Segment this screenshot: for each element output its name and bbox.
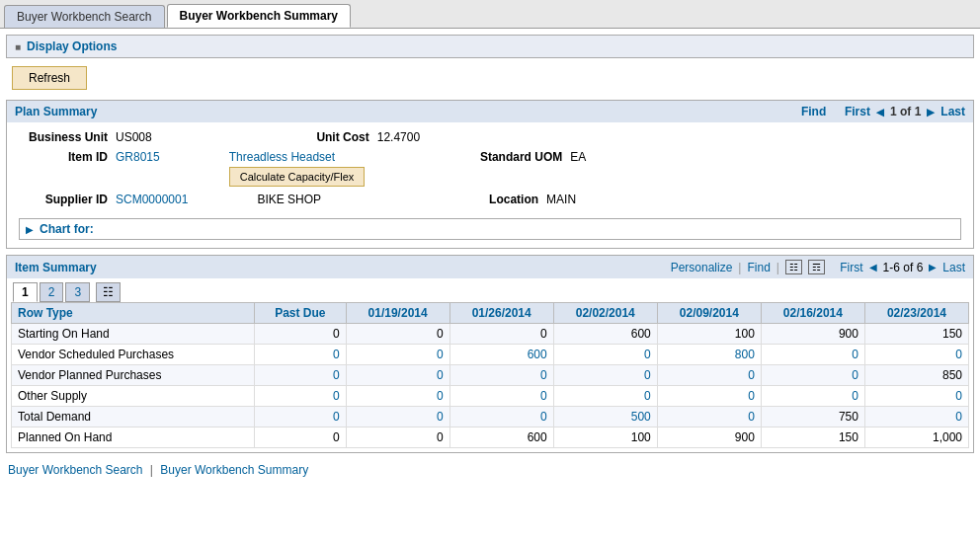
display-options-arrow-icon: ■ — [15, 41, 21, 52]
plan-find-link[interactable]: Find — [801, 105, 826, 118]
footer-summary-link[interactable]: Buyer Workbench Summary — [160, 463, 308, 477]
footer-separator: | — [150, 463, 156, 477]
cell-2-0[interactable]: 0 — [255, 365, 347, 386]
cell-3-5[interactable]: 0 — [761, 386, 864, 407]
display-options-label: Display Options — [27, 39, 117, 53]
plan-last-link[interactable]: Last — [940, 105, 965, 118]
cell-0-6: 150 — [864, 324, 968, 345]
cell-5-4: 900 — [657, 427, 761, 448]
cell-3-6[interactable]: 0 — [864, 386, 968, 407]
cell-1-4[interactable]: 800 — [657, 345, 761, 365]
cell-2-6: 850 — [864, 365, 968, 386]
item-first-link[interactable]: First — [840, 261, 862, 274]
cell-2-1[interactable]: 0 — [346, 365, 449, 386]
cell-4-2[interactable]: 0 — [449, 407, 553, 427]
row-label-0: Starting On Hand — [12, 324, 255, 345]
cell-0-3: 600 — [553, 324, 657, 345]
item-next-icon[interactable]: ▶ — [929, 262, 937, 272]
table-tab-2[interactable]: 2 — [40, 282, 64, 302]
cell-3-3[interactable]: 0 — [553, 386, 657, 407]
row-label-3: Other Supply — [12, 386, 255, 407]
chart-for-label: Chart for: — [40, 222, 94, 236]
cell-5-2: 600 — [449, 427, 553, 448]
cell-4-4[interactable]: 0 — [657, 407, 761, 427]
row-label-2: Vendor Planned Purchases — [12, 365, 255, 386]
tabs-bar: Buyer Workbench Search Buyer Workbench S… — [0, 0, 980, 29]
plan-summary-nav: Find First ◀ 1 of 1 ▶ Last — [801, 105, 965, 118]
supplier-id-link[interactable]: SCM0000001 — [116, 193, 188, 206]
display-options-bar[interactable]: ■ Display Options — [6, 35, 974, 58]
cell-5-6: 1,000 — [864, 427, 968, 448]
item-summary-table: Row Type Past Due 01/19/2014 01/26/2014 … — [11, 302, 969, 448]
item-id-label: Item ID — [19, 150, 108, 164]
item-summary-section: Item Summary Personalize | Find | ☷ ☶ Fi… — [6, 255, 974, 453]
tab-summary[interactable]: Buyer Workbench Summary — [167, 4, 352, 28]
location-label: Location — [449, 193, 538, 206]
cell-1-0[interactable]: 0 — [255, 345, 347, 365]
col-row-type: Row Type — [12, 303, 255, 324]
cell-5-5: 150 — [761, 427, 864, 448]
row-label-1: Vendor Scheduled Purchases — [12, 345, 255, 365]
table-tab-3[interactable]: 3 — [65, 282, 90, 302]
cell-0-0: 0 — [255, 324, 347, 345]
col-01262014: 01/26/2014 — [449, 303, 553, 324]
business-unit-label: Business Unit — [19, 130, 108, 144]
col-02232014: 02/23/2014 — [864, 303, 968, 324]
item-last-link[interactable]: Last — [942, 261, 965, 274]
table-row: Total Demand00050007500 — [12, 407, 969, 427]
cell-0-4: 100 — [657, 324, 761, 345]
cell-3-0[interactable]: 0 — [255, 386, 347, 407]
cell-1-6[interactable]: 0 — [864, 345, 968, 365]
cell-1-5[interactable]: 0 — [761, 345, 864, 365]
cell-4-0[interactable]: 0 — [255, 407, 347, 427]
cell-3-1[interactable]: 0 — [346, 386, 449, 407]
table-row: Other Supply0000000 — [12, 386, 969, 407]
item-page-info: 1-6 of 6 — [883, 261, 924, 274]
cell-0-1: 0 — [346, 324, 449, 345]
item-table-icon[interactable]: ☶ — [808, 260, 825, 274]
plan-page-info: 1 of 1 — [890, 105, 921, 118]
plan-row-3: Supplier ID SCM0000001 BIKE SHOP Locatio… — [19, 193, 961, 206]
col-02022014: 02/02/2014 — [553, 303, 657, 324]
item-desc-link[interactable]: Threadless Headset — [229, 150, 335, 164]
refresh-button[interactable]: Refresh — [12, 66, 87, 90]
cell-4-1[interactable]: 0 — [346, 407, 449, 427]
item-find-link[interactable]: Find — [747, 261, 770, 274]
cell-1-3[interactable]: 0 — [553, 345, 657, 365]
chart-for-row[interactable]: ▶ Chart for: — [19, 218, 961, 240]
cell-4-3[interactable]: 500 — [553, 407, 657, 427]
plan-prev-icon[interactable]: ◀ — [876, 107, 884, 117]
table-tab-1[interactable]: 1 — [13, 282, 38, 302]
item-prev-icon[interactable]: ◀ — [869, 262, 877, 272]
col-past-due: Past Due — [255, 303, 347, 324]
item-id-link[interactable]: GR8015 — [116, 150, 160, 164]
item-grid-icon[interactable]: ☷ — [785, 260, 802, 274]
cell-1-1[interactable]: 0 — [346, 345, 449, 365]
cell-1-2[interactable]: 600 — [449, 345, 553, 365]
col-01192014: 01/19/2014 — [346, 303, 449, 324]
cell-5-0: 0 — [255, 427, 347, 448]
location-value: MAIN — [546, 193, 576, 206]
item-summary-header: Item Summary Personalize | Find | ☷ ☶ Fi… — [7, 256, 973, 278]
cell-3-2[interactable]: 0 — [449, 386, 553, 407]
tab-search[interactable]: Buyer Workbench Search — [4, 5, 165, 28]
plan-first-link[interactable]: First — [845, 105, 870, 118]
cell-2-3[interactable]: 0 — [553, 365, 657, 386]
plan-summary-section: Plan Summary Find First ◀ 1 of 1 ▶ Last … — [6, 100, 974, 249]
plan-next-icon[interactable]: ▶ — [927, 107, 935, 117]
cell-4-6[interactable]: 0 — [864, 407, 968, 427]
standard-uom-value: EA — [570, 150, 586, 164]
item-summary-title: Item Summary — [15, 261, 97, 274]
cell-2-5[interactable]: 0 — [761, 365, 864, 386]
table-row: Vendor Planned Purchases000000850 — [12, 365, 969, 386]
personalize-link[interactable]: Personalize — [671, 261, 733, 274]
footer-search-link[interactable]: Buyer Workbench Search — [8, 463, 143, 477]
cell-3-4[interactable]: 0 — [657, 386, 761, 407]
cell-2-2[interactable]: 0 — [449, 365, 553, 386]
table-row: Planned On Hand006001009001501,000 — [12, 427, 969, 448]
cell-2-4[interactable]: 0 — [657, 365, 761, 386]
supplier-name: BIKE SHOP — [257, 193, 321, 206]
plan-summary-title: Plan Summary — [15, 105, 97, 118]
table-view-icon[interactable]: ☷ — [96, 282, 121, 302]
calc-capacity-button[interactable]: Calculate Capacity/Flex — [229, 167, 366, 187]
